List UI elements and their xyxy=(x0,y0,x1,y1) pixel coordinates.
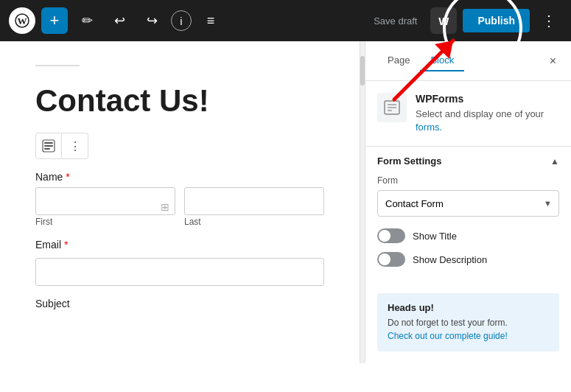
main-area: Contact Us! ⋮ Name * xyxy=(0,41,571,363)
first-name-input[interactable] xyxy=(35,187,175,215)
page-title: Contact Us! xyxy=(35,84,324,118)
wpforms-desc: Select and display one of your forms. xyxy=(416,108,559,134)
svg-text:W: W xyxy=(18,15,27,27)
editor-area: Contact Us! ⋮ Name * xyxy=(0,41,360,363)
name-field-group: Name * ⊞ First Last xyxy=(35,171,324,227)
edit-button[interactable]: ✏ xyxy=(74,7,100,34)
toolbar: W + ✏ ↩ ↪ i ≡ Save draft W Publish ⋮ xyxy=(0,0,571,41)
tab-page[interactable]: Page xyxy=(377,50,420,71)
first-name-wrap: ⊞ First xyxy=(35,187,175,227)
svg-rect-4 xyxy=(44,145,53,147)
sidebar-close-button[interactable]: × xyxy=(547,52,559,71)
sidebar-header: Page Block × xyxy=(365,41,571,81)
subject-label: Subject xyxy=(35,298,324,309)
wpforms-title: WPForms xyxy=(416,93,559,105)
show-description-row: Show Description xyxy=(377,252,559,267)
show-title-toggle[interactable] xyxy=(377,228,405,243)
form-settings-section: Form Settings ▲ Form Contact Form ▼ xyxy=(365,147,571,287)
sidebar: Page Block × WPForms xyxy=(365,41,571,363)
email-field-group: Email * xyxy=(35,239,324,286)
show-title-row: Show Title xyxy=(377,228,559,243)
scrollbar[interactable] xyxy=(360,41,365,363)
list-view-button[interactable]: ≡ xyxy=(197,7,224,34)
wpforms-icon xyxy=(377,93,407,122)
heads-up-title: Heads up! xyxy=(388,302,549,313)
last-label: Last xyxy=(184,217,324,227)
more-options-button[interactable]: ⋮ xyxy=(536,7,562,34)
name-row: ⊞ First Last xyxy=(35,187,324,227)
undo-button[interactable]: ↩ xyxy=(106,7,133,34)
wpforms-forms-link[interactable]: forms. xyxy=(416,122,442,133)
wpforms-info: WPForms Select and display one of your f… xyxy=(416,93,559,134)
show-description-label: Show Description xyxy=(413,254,487,265)
form-settings-toggle[interactable]: Form Settings ▲ xyxy=(365,147,571,175)
editor-line xyxy=(35,65,80,66)
heads-up-link[interactable]: Check out our complete guide! xyxy=(388,331,508,341)
form-settings-title: Form Settings xyxy=(377,155,441,167)
show-description-toggle[interactable] xyxy=(377,252,405,267)
email-input[interactable] xyxy=(35,258,324,286)
add-block-button[interactable]: + xyxy=(41,7,68,34)
sidebar-tabs: Page Block xyxy=(377,50,464,71)
block-toolbar: ⋮ xyxy=(35,133,324,159)
save-draft-button[interactable]: Save draft xyxy=(366,11,424,31)
form-select[interactable]: Contact Form xyxy=(377,190,559,217)
wpforms-block: WPForms Select and display one of your f… xyxy=(365,81,571,147)
first-label: First xyxy=(35,217,175,227)
toggle-knob xyxy=(379,230,390,242)
email-label: Email * xyxy=(35,239,324,251)
name-label: Name * xyxy=(35,171,324,183)
show-title-label: Show Title xyxy=(413,231,457,242)
svg-rect-3 xyxy=(44,142,53,144)
toggle-knob-desc xyxy=(379,253,390,265)
block-icon[interactable] xyxy=(35,133,62,159)
input-icon: ⊞ xyxy=(161,201,169,213)
heads-up-box: Heads up! Do not forget to test your for… xyxy=(377,293,559,351)
publish-button[interactable]: Publish xyxy=(463,9,530,32)
svg-rect-5 xyxy=(44,148,50,150)
form-settings-body: Form Contact Form ▼ Show Title xyxy=(365,175,571,287)
info-button[interactable]: i xyxy=(171,10,192,31)
last-name-wrap: Last xyxy=(184,187,324,227)
chevron-up-icon: ▲ xyxy=(550,156,559,167)
wp-logo-icon[interactable]: W xyxy=(9,7,35,34)
redo-button[interactable]: ↪ xyxy=(139,7,165,34)
block-more-button[interactable]: ⋮ xyxy=(62,133,88,159)
form-select-label: Form xyxy=(377,175,559,186)
last-name-input[interactable] xyxy=(184,187,324,215)
tab-block[interactable]: Block xyxy=(420,50,464,71)
heads-up-text: Do not forget to test your form. Check o… xyxy=(388,316,549,343)
w-button[interactable]: W xyxy=(430,7,457,34)
form-select-wrap: Contact Form ▼ xyxy=(377,190,559,217)
